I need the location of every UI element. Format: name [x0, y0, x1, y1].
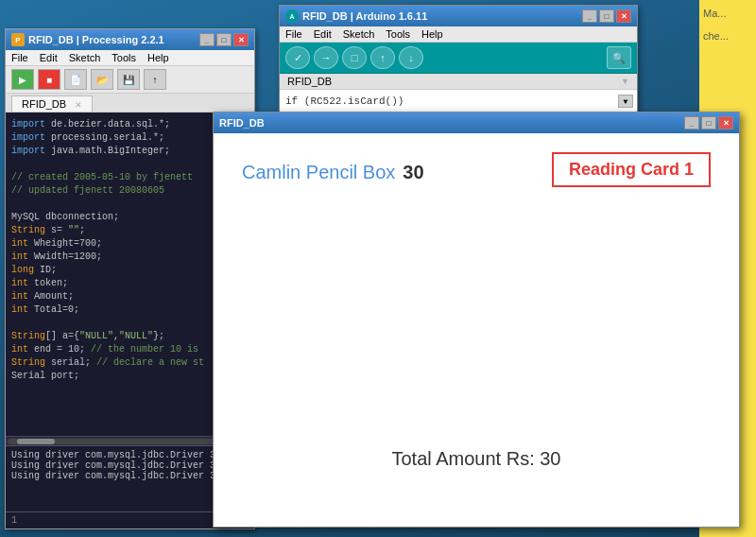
arduino-titlebar-controls: _ □ ✕ — [582, 9, 631, 23]
open-button[interactable]: 📂 — [91, 69, 113, 90]
arduino-toolbar: ✓ → □ ↑ ↓ 🔍 — [280, 43, 637, 74]
close-button[interactable]: ✕ — [233, 33, 249, 46]
arduino-search-button[interactable]: 🔍 — [607, 46, 631, 69]
titlebar-left: P RFID_DB | Processing 2.2.1 — [11, 33, 164, 46]
maximize-button[interactable]: □ — [216, 33, 232, 46]
arduino-upload-button[interactable]: → — [314, 46, 338, 69]
rfid-titlebar: RFID_DB _ □ ✕ — [214, 113, 739, 133]
line-number: 1 — [11, 515, 17, 526]
arduino-titlebar: A RFID_DB | Arduino 1.6.11 _ □ ✕ — [280, 6, 637, 26]
arduino-menu-sketch[interactable]: Sketch — [343, 28, 375, 40]
rfid-minimize-button[interactable]: _ — [684, 116, 699, 130]
arduino-title: RFID_DB | Arduino 1.6.11 — [302, 10, 427, 22]
save-button[interactable]: 💾 — [117, 69, 140, 90]
processing-tab-bar: RFID_DB ✕ — [6, 94, 254, 113]
total-amount: Total Amount Rs: 30 — [242, 448, 711, 470]
export-button[interactable]: ↑ — [144, 69, 166, 90]
processing-menubar: File Edit Sketch Tools Help — [6, 50, 254, 66]
sticky-note-text: Ma... che... — [703, 8, 752, 42]
arduino-editor: RFID_DB ▼ if (RC522.isCard()) ▼ — [280, 74, 637, 113]
menu-edit[interactable]: Edit — [40, 52, 58, 63]
arduino-new-button[interactable]: □ — [342, 46, 367, 69]
processing-icon: P — [11, 33, 25, 46]
stop-button[interactable]: ■ — [38, 69, 60, 90]
arduino-menu-file[interactable]: File — [285, 28, 302, 40]
reading-card-badge: Reading Card 1 — [552, 152, 711, 187]
arduino-code-dropdown[interactable]: ▼ — [618, 95, 633, 108]
desktop: Ma... che... P RFID_DB | Processing 2.2.… — [0, 0, 756, 537]
new-button[interactable]: 📄 — [64, 69, 87, 90]
menu-sketch[interactable]: Sketch — [69, 52, 101, 63]
arduino-menu-edit[interactable]: Edit — [314, 28, 332, 40]
rfid-close-button[interactable]: ✕ — [718, 116, 733, 130]
arduino-minimize-button[interactable]: _ — [582, 9, 597, 23]
rfid-window-title: RFID_DB — [219, 117, 265, 129]
processing-toolbar: ▶ ■ 📄 📂 💾 ↑ — [6, 66, 254, 94]
arduino-tab-label[interactable]: RFID_DB — [287, 76, 332, 87]
arduino-code-area[interactable]: if (RC522.isCard()) ▼ — [280, 90, 637, 113]
rfid-window: RFID_DB _ □ ✕ Reading Card 1 Camlin Penc… — [213, 112, 740, 528]
arduino-titlebar-left: A RFID_DB | Arduino 1.6.11 — [285, 9, 427, 23]
tab-close-icon[interactable]: ✕ — [75, 100, 82, 110]
rfid-titlebar-left: RFID_DB — [219, 117, 265, 129]
total-value: 30 — [540, 448, 560, 469]
product-qty: 30 — [403, 162, 423, 183]
arduino-code-line: if (RC522.isCard()) — [285, 95, 404, 107]
processing-title: RFID_DB | Processing 2.2.1 — [28, 34, 164, 45]
arduino-window: A RFID_DB | Arduino 1.6.11 _ □ ✕ File Ed… — [279, 5, 638, 113]
arduino-menu-tools[interactable]: Tools — [386, 28, 410, 40]
rfid-titlebar-controls: _ □ ✕ — [684, 116, 733, 130]
rfid-maximize-button[interactable]: □ — [701, 116, 716, 130]
scrollbar-thumb[interactable] — [17, 439, 55, 444]
arduino-open-button[interactable]: ↑ — [370, 46, 395, 69]
total-label: Total Amount Rs: — [392, 448, 535, 469]
menu-file[interactable]: File — [11, 52, 28, 63]
minimize-button[interactable]: _ — [199, 33, 215, 46]
titlebar-controls: _ □ ✕ — [199, 33, 249, 46]
arduino-tab: RFID_DB ▼ — [280, 74, 637, 90]
arduino-verify-button[interactable]: ✓ — [285, 46, 310, 69]
processing-titlebar: P RFID_DB | Processing 2.2.1 _ □ ✕ — [6, 29, 254, 50]
menu-tools[interactable]: Tools — [112, 52, 136, 63]
reading-card-text: Reading Card 1 — [569, 160, 694, 179]
rfid-content: Reading Card 1 Camlin Pencil Box 30 Tota… — [214, 133, 739, 527]
run-button[interactable]: ▶ — [11, 69, 34, 90]
arduino-menu-help[interactable]: Help — [421, 28, 443, 40]
arduino-maximize-button[interactable]: □ — [599, 9, 614, 23]
menu-help[interactable]: Help — [147, 52, 169, 63]
processing-tab[interactable]: RFID_DB ✕ — [11, 95, 93, 112]
arduino-logo: A — [285, 9, 299, 23]
product-name: Camlin Pencil Box — [242, 162, 395, 183]
arduino-menubar: File Edit Sketch Tools Help — [280, 26, 637, 43]
arduino-dropdown-icon[interactable]: ▼ — [621, 77, 629, 86]
arduino-save-button[interactable]: ↓ — [399, 46, 423, 69]
arduino-close-button[interactable]: ✕ — [616, 9, 631, 23]
